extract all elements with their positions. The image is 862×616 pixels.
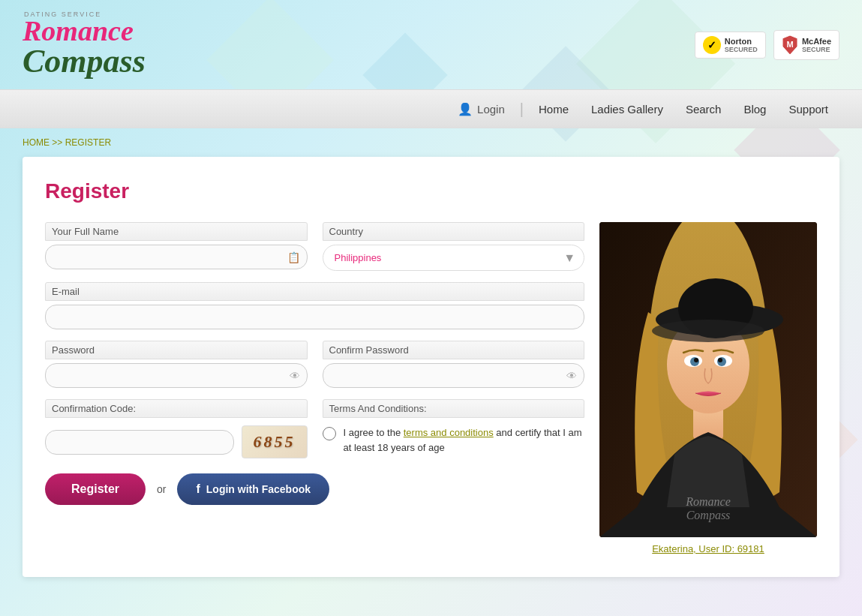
email-group: E-mail — [45, 282, 584, 329]
password-group: Password 👁 — [45, 341, 308, 388]
buttons-row: Register or f Login with Facebook — [45, 473, 584, 505]
breadcrumb-home[interactable]: HOME — [23, 137, 50, 148]
norton-badge: ✓ Norton SECURED — [695, 32, 766, 59]
full-name-input[interactable] — [45, 245, 308, 269]
email-input[interactable] — [45, 305, 584, 329]
register-button[interactable]: Register — [45, 473, 146, 505]
confirm-password-wrapper: 👁 — [323, 363, 585, 388]
password-label: Password — [45, 341, 308, 359]
svg-point-13 — [718, 358, 722, 362]
facebook-icon: f — [196, 482, 200, 496]
full-name-group: Your Full Name 📋 — [45, 222, 308, 271]
breadcrumb: HOME >> REGISTER — [0, 128, 862, 157]
confirm-password-label: Confirm Password — [323, 341, 585, 359]
logo-compass: Compass — [23, 43, 146, 80]
breadcrumb-separator: >> — [52, 137, 65, 148]
form-area: Your Full Name 📋 Country Philippines U — [45, 222, 817, 554]
country-select-wrapper: Philippines USA UK ▼ — [323, 245, 585, 271]
norton-check-icon: ✓ — [703, 36, 721, 54]
terms-link[interactable]: terms and conditions — [404, 427, 494, 438]
register-card: Register Your Full Name 📋 Country — [23, 157, 839, 577]
nav-home[interactable]: Home — [527, 103, 580, 116]
nav-blog[interactable]: Blog — [732, 103, 777, 116]
password-input[interactable] — [45, 363, 308, 388]
profile-photo: Romance Compass — [599, 222, 817, 537]
norton-text: Norton SECURED — [725, 37, 758, 53]
terms-radio[interactable] — [323, 427, 336, 440]
country-label: Country — [323, 222, 585, 241]
confirmation-code-label: Confirmation Code: — [45, 399, 308, 418]
form-grid: Your Full Name 📋 Country Philippines U — [45, 222, 584, 458]
nav-items: 👤 Login | Home Ladies Gallery Search Blo… — [446, 101, 839, 118]
password-wrapper: 👁 — [45, 363, 308, 388]
or-text: or — [157, 483, 166, 495]
eye-confirm-icon: 👁 — [566, 370, 577, 382]
user-icon: 👤 — [458, 102, 473, 116]
nav-search[interactable]: Search — [674, 103, 733, 116]
terms-label: Terms And Conditions: — [323, 399, 585, 418]
register-title: Register — [45, 179, 817, 203]
confirm-password-group: Confirm Password 👁 — [323, 341, 585, 388]
navbar: 👤 Login | Home Ladies Gallery Search Blo… — [0, 89, 862, 128]
terms-text: I agree to the terms and conditions and … — [344, 425, 585, 455]
nav-support[interactable]: Support — [777, 103, 839, 116]
svg-point-12 — [694, 358, 698, 362]
form-left: Your Full Name 📋 Country Philippines U — [45, 222, 584, 505]
full-name-wrapper: 📋 — [45, 245, 308, 269]
confirmation-code-group: Confirmation Code: 6855 — [45, 399, 308, 458]
country-select[interactable]: Philippines USA UK — [323, 245, 585, 271]
header: DATING SERVICE Romance Compass ✓ Norton … — [0, 0, 862, 89]
nav-ladies-gallery[interactable]: Ladies Gallery — [580, 103, 674, 116]
mcafee-text: McAfee SECURE — [802, 37, 831, 53]
nav-divider: | — [520, 101, 524, 118]
confirm-password-input[interactable] — [323, 363, 585, 388]
photo-area: Romance Compass Ekaterina, User ID: 6918… — [599, 222, 817, 554]
logo[interactable]: DATING SERVICE Romance Compass — [23, 11, 146, 78]
full-name-label: Your Full Name — [45, 222, 308, 241]
email-wrapper — [45, 305, 584, 329]
facebook-button[interactable]: f Login with Facebook — [177, 473, 329, 505]
terms-row: I agree to the terms and conditions and … — [323, 425, 585, 455]
captcha-image: 6855 — [242, 425, 308, 458]
terms-group: Terms And Conditions: I agree to the ter… — [323, 399, 585, 458]
main-content: Register Your Full Name 📋 Country — [0, 157, 862, 599]
captcha-row: 6855 — [45, 425, 308, 458]
nav-login[interactable]: 👤 Login — [446, 102, 516, 116]
svg-text:M: M — [786, 40, 793, 49]
breadcrumb-current: REGISTER — [65, 137, 111, 148]
mcafee-shield-icon: M — [782, 35, 798, 56]
photo-caption[interactable]: Ekaterina, User ID: 69181 — [599, 543, 817, 554]
photo-watermark: Romance Compass — [686, 495, 731, 522]
mcafee-badge: M McAfee SECURE — [773, 30, 839, 60]
woman-svg — [599, 222, 817, 537]
email-label: E-mail — [45, 282, 584, 301]
captcha-input[interactable] — [45, 430, 234, 455]
logo-romance: Romance — [23, 15, 134, 47]
eye-icon: 👁 — [290, 370, 300, 382]
contact-card-icon: 📋 — [287, 251, 300, 263]
security-badges: ✓ Norton SECURED M McAfee SECURE — [695, 30, 839, 60]
country-group: Country Philippines USA UK ▼ — [323, 222, 585, 271]
svg-point-7 — [652, 320, 764, 342]
